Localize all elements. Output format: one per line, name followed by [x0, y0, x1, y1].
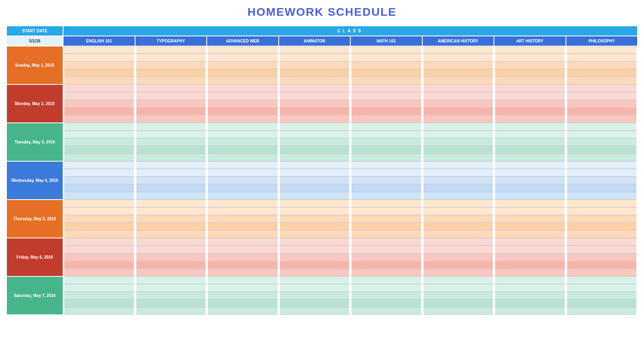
- schedule-cell[interactable]: [566, 238, 638, 246]
- schedule-cell[interactable]: [63, 269, 135, 276]
- schedule-cell[interactable]: [350, 100, 422, 107]
- schedule-cell[interactable]: [350, 123, 422, 131]
- schedule-cell[interactable]: [566, 284, 638, 292]
- schedule-cell[interactable]: [279, 253, 351, 261]
- schedule-cell[interactable]: [135, 115, 207, 123]
- schedule-cell[interactable]: [494, 207, 566, 215]
- schedule-cell[interactable]: [566, 276, 638, 284]
- schedule-cell[interactable]: [566, 54, 638, 61]
- schedule-cell[interactable]: [63, 238, 135, 246]
- schedule-cell[interactable]: [279, 292, 351, 299]
- schedule-cell[interactable]: [350, 138, 422, 146]
- schedule-cell[interactable]: [63, 123, 135, 131]
- schedule-cell[interactable]: [350, 84, 422, 92]
- schedule-cell[interactable]: [279, 184, 351, 192]
- schedule-cell[interactable]: [207, 84, 279, 92]
- schedule-cell[interactable]: [566, 299, 638, 307]
- schedule-cell[interactable]: [422, 307, 494, 315]
- schedule-cell[interactable]: [422, 154, 494, 161]
- schedule-cell[interactable]: [566, 84, 638, 92]
- schedule-cell[interactable]: [494, 92, 566, 100]
- schedule-cell[interactable]: [135, 107, 207, 115]
- schedule-cell[interactable]: [135, 246, 207, 253]
- schedule-cell[interactable]: [135, 169, 207, 177]
- schedule-cell[interactable]: [422, 161, 494, 169]
- schedule-cell[interactable]: [207, 230, 279, 238]
- schedule-cell[interactable]: [566, 207, 638, 215]
- schedule-cell[interactable]: [494, 200, 566, 207]
- schedule-cell[interactable]: [279, 54, 351, 61]
- schedule-cell[interactable]: [566, 146, 638, 154]
- schedule-cell[interactable]: [350, 253, 422, 261]
- schedule-cell[interactable]: [279, 161, 351, 169]
- schedule-cell[interactable]: [135, 261, 207, 269]
- schedule-cell[interactable]: [566, 69, 638, 77]
- schedule-cell[interactable]: [63, 299, 135, 307]
- schedule-cell[interactable]: [63, 307, 135, 315]
- schedule-cell[interactable]: [494, 54, 566, 61]
- schedule-cell[interactable]: [350, 92, 422, 100]
- schedule-cell[interactable]: [279, 230, 351, 238]
- schedule-cell[interactable]: [422, 238, 494, 246]
- schedule-cell[interactable]: [350, 269, 422, 276]
- schedule-cell[interactable]: [494, 253, 566, 261]
- schedule-cell[interactable]: [350, 299, 422, 307]
- schedule-cell[interactable]: [422, 61, 494, 69]
- schedule-cell[interactable]: [63, 177, 135, 184]
- schedule-cell[interactable]: [422, 146, 494, 154]
- schedule-cell[interactable]: [494, 100, 566, 107]
- schedule-cell[interactable]: [207, 61, 279, 69]
- schedule-cell[interactable]: [63, 200, 135, 207]
- schedule-cell[interactable]: [422, 192, 494, 200]
- schedule-cell[interactable]: [422, 269, 494, 276]
- schedule-cell[interactable]: [566, 169, 638, 177]
- schedule-cell[interactable]: [494, 177, 566, 184]
- schedule-cell[interactable]: [207, 184, 279, 192]
- schedule-cell[interactable]: [135, 123, 207, 131]
- schedule-cell[interactable]: [63, 54, 135, 61]
- schedule-cell[interactable]: [207, 253, 279, 261]
- schedule-cell[interactable]: [135, 131, 207, 138]
- schedule-cell[interactable]: [422, 100, 494, 107]
- schedule-cell[interactable]: [566, 261, 638, 269]
- schedule-cell[interactable]: [350, 200, 422, 207]
- schedule-cell[interactable]: [494, 154, 566, 161]
- schedule-cell[interactable]: [207, 161, 279, 169]
- schedule-cell[interactable]: [350, 238, 422, 246]
- schedule-cell[interactable]: [350, 54, 422, 61]
- schedule-cell[interactable]: [135, 161, 207, 169]
- schedule-cell[interactable]: [494, 69, 566, 77]
- schedule-cell[interactable]: [279, 246, 351, 253]
- schedule-cell[interactable]: [135, 215, 207, 223]
- schedule-cell[interactable]: [422, 131, 494, 138]
- schedule-cell[interactable]: [350, 184, 422, 192]
- schedule-cell[interactable]: [135, 238, 207, 246]
- schedule-cell[interactable]: [566, 61, 638, 69]
- schedule-cell[interactable]: [135, 230, 207, 238]
- schedule-cell[interactable]: [422, 200, 494, 207]
- schedule-cell[interactable]: [494, 161, 566, 169]
- schedule-cell[interactable]: [279, 146, 351, 154]
- schedule-cell[interactable]: [422, 69, 494, 77]
- schedule-cell[interactable]: [422, 184, 494, 192]
- schedule-cell[interactable]: [279, 46, 351, 54]
- schedule-cell[interactable]: [422, 292, 494, 299]
- schedule-cell[interactable]: [422, 215, 494, 223]
- schedule-cell[interactable]: [207, 215, 279, 223]
- schedule-cell[interactable]: [279, 77, 351, 84]
- schedule-cell[interactable]: [207, 299, 279, 307]
- schedule-cell[interactable]: [63, 253, 135, 261]
- schedule-cell[interactable]: [279, 154, 351, 161]
- schedule-cell[interactable]: [350, 61, 422, 69]
- schedule-cell[interactable]: [494, 299, 566, 307]
- schedule-cell[interactable]: [63, 261, 135, 269]
- schedule-cell[interactable]: [207, 131, 279, 138]
- schedule-cell[interactable]: [279, 61, 351, 69]
- schedule-cell[interactable]: [494, 169, 566, 177]
- schedule-cell[interactable]: [566, 223, 638, 230]
- schedule-cell[interactable]: [207, 307, 279, 315]
- schedule-cell[interactable]: [279, 84, 351, 92]
- schedule-cell[interactable]: [135, 269, 207, 276]
- schedule-cell[interactable]: [422, 284, 494, 292]
- schedule-cell[interactable]: [350, 246, 422, 253]
